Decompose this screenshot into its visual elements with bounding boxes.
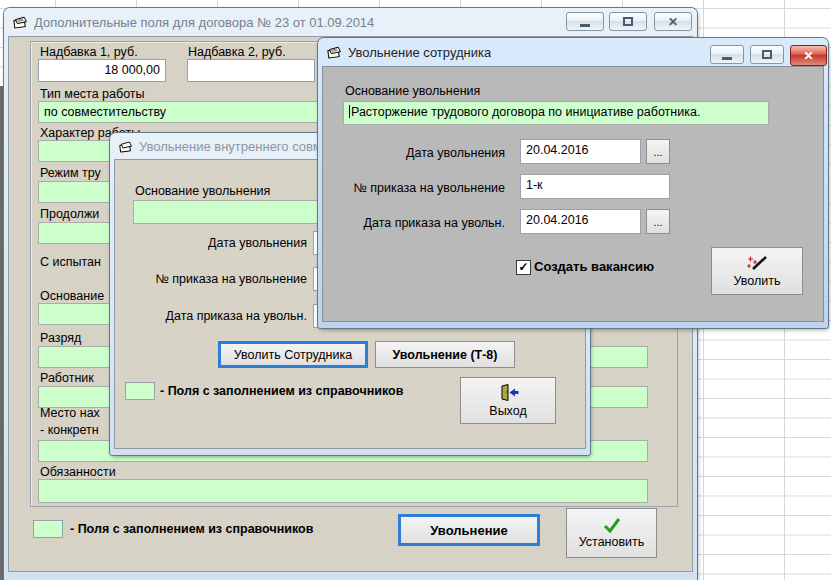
legend-swatch [33, 520, 63, 538]
uvolit-sotrudnika-button[interactable]: Уволить Сотрудника [218, 341, 368, 368]
close-icon: ✕ [668, 16, 678, 28]
obyazannosti-label: Обязанности [40, 465, 116, 479]
form-icon [118, 139, 133, 154]
main-window-title: Дополнительные поля для договора № 23 от… [34, 15, 374, 30]
date-picker-button[interactable]: ... [646, 209, 670, 234]
front-maximize-button[interactable] [750, 45, 784, 64]
uvolit-button[interactable]: Уволить [711, 247, 803, 295]
legend-text: - Поля с заполнением из справочников [70, 522, 313, 536]
razryad-label: Разряд [40, 331, 81, 345]
dismiss-pen-icon [745, 254, 769, 272]
legend-swatch [125, 382, 155, 400]
osnovanie-label: Основание [40, 289, 104, 303]
create-vacancy-checkbox[interactable]: ✓ [516, 260, 531, 275]
ispytanie-label: С испытан [40, 255, 101, 269]
nadbavka2-label: Надбавка 2, руб. [188, 45, 286, 59]
obyazannosti-input[interactable] [38, 479, 648, 503]
tip-mesta-label: Тип места работы [40, 87, 145, 101]
mid-legend-text: - Поля с заполнением из справочников [160, 384, 403, 398]
main-minimize-button[interactable] [566, 12, 604, 31]
front-osnovanie-input[interactable]: Расторжение трудового договора по инициа… [343, 101, 769, 125]
mid-osnovanie-label: Основание увольнения [135, 184, 270, 198]
restore-icon [623, 17, 633, 26]
nadbavka2-input[interactable] [187, 59, 315, 82]
mid-row-label: № приказа на увольнение [127, 272, 307, 286]
front-osnovanie-label: Основание увольнения [345, 84, 480, 98]
uvolnenie-t8-button[interactable]: Увольнение (Т-8) [375, 341, 515, 368]
front-close-button[interactable]: ✕ [790, 45, 827, 66]
background-window-edge [0, 86, 3, 580]
front-window: Увольнение сотрудника ✕ Основание увольн… [318, 38, 828, 328]
form-icon [12, 14, 28, 30]
front-minimize-button[interactable] [710, 45, 744, 64]
create-vacancy-label: Создать вакансию [534, 259, 654, 274]
uvolit-button-label: Уволить [734, 274, 781, 288]
front-row-label: Дата увольнения [335, 146, 505, 160]
mesto-label-2: - конкретн [40, 423, 99, 437]
ustanovit-button[interactable]: Установить [566, 508, 657, 558]
front-row-label: № приказа на увольнение [335, 181, 505, 195]
uvolnenie-button[interactable]: Увольнение [398, 514, 540, 546]
restore-icon [762, 50, 772, 59]
mid-row-label: Дата увольнения [127, 236, 307, 250]
text-caret [349, 105, 350, 118]
nadbavka1-input[interactable]: 18 000,00 [38, 59, 166, 82]
minimize-icon [722, 57, 732, 60]
mid-row-label: Дата приказа на увольн. [127, 309, 307, 323]
front-order-input[interactable]: 1-к [520, 174, 670, 199]
nadbavka1-label: Надбавка 1, руб. [40, 45, 138, 59]
close-icon: ✕ [803, 50, 813, 62]
front-window-title: Увольнение сотрудника [348, 45, 491, 60]
ustanovit-button-label: Установить [579, 535, 645, 549]
check-icon [603, 518, 621, 533]
mid-window-title: Увольнение внутреннего совмест [139, 139, 341, 154]
rabotnik-label: Работник [40, 371, 94, 385]
prodolzh-label: Продолжи [40, 207, 99, 221]
date-picker-button[interactable]: ... [646, 139, 670, 164]
main-close-button[interactable]: ✕ [654, 12, 692, 31]
exit-door-icon [497, 384, 519, 402]
front-row-label: Дата приказа на увольн. [335, 216, 505, 230]
vyhod-button-label: Выход [489, 404, 526, 418]
mesto-label: Место нах [40, 406, 100, 420]
minimize-icon [580, 24, 590, 27]
front-order-date-input[interactable]: 20.04.2016 [520, 209, 641, 234]
rezhim-label: Режим тру [40, 166, 101, 180]
form-icon [326, 44, 342, 60]
front-window-body: Основание увольнения Расторжение трудово… [322, 66, 824, 322]
vyhod-button[interactable]: Выход [460, 377, 556, 424]
main-maximize-button[interactable] [609, 12, 647, 31]
front-date-input[interactable]: 20.04.2016 [520, 139, 641, 164]
